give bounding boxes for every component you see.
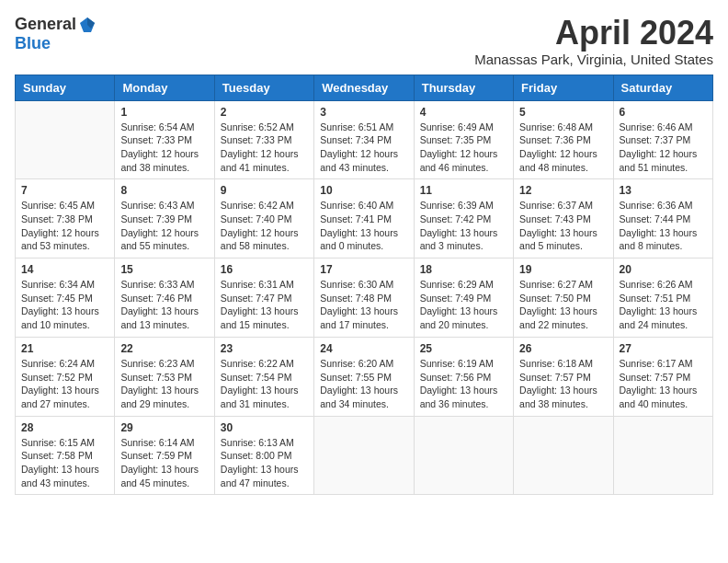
day-info: Sunrise: 6:45 AMSunset: 7:38 PMDaylight:… <box>21 199 108 253</box>
calendar-cell: 5Sunrise: 6:48 AMSunset: 7:36 PMDaylight… <box>514 100 613 179</box>
month-title: April 2024 <box>474 15 713 52</box>
day-info: Sunrise: 6:26 AMSunset: 7:51 PMDaylight:… <box>620 278 707 332</box>
day-number: 28 <box>21 421 108 434</box>
day-info: Sunrise: 6:24 AMSunset: 7:52 PMDaylight:… <box>21 357 108 411</box>
calendar-cell: 25Sunrise: 6:19 AMSunset: 7:56 PMDayligh… <box>414 337 513 416</box>
day-info: Sunrise: 6:54 AMSunset: 7:33 PMDaylight:… <box>120 121 208 175</box>
day-info: Sunrise: 6:43 AMSunset: 7:39 PMDaylight:… <box>120 199 208 253</box>
calendar-cell: 9Sunrise: 6:42 AMSunset: 7:40 PMDaylight… <box>214 179 313 259</box>
calendar-cell: 2Sunrise: 6:52 AMSunset: 7:33 PMDaylight… <box>214 100 313 179</box>
col-header-wednesday: Wednesday <box>314 75 414 100</box>
day-info: Sunrise: 6:27 AMSunset: 7:50 PMDaylight:… <box>519 278 607 332</box>
calendar-cell: 18Sunrise: 6:29 AMSunset: 7:49 PMDayligh… <box>414 259 513 338</box>
calendar-cell: 15Sunrise: 6:33 AMSunset: 7:46 PMDayligh… <box>115 259 214 338</box>
day-number: 30 <box>221 421 308 434</box>
week-row-5: 28Sunrise: 6:15 AMSunset: 7:58 PMDayligh… <box>16 416 713 495</box>
calendar-cell: 20Sunrise: 6:26 AMSunset: 7:51 PMDayligh… <box>613 259 712 338</box>
day-number: 3 <box>320 106 407 119</box>
week-row-2: 7Sunrise: 6:45 AMSunset: 7:38 PMDaylight… <box>16 179 713 259</box>
calendar-cell <box>314 416 414 495</box>
calendar-cell: 4Sunrise: 6:49 AMSunset: 7:35 PMDaylight… <box>414 100 513 179</box>
calendar-cell: 23Sunrise: 6:22 AMSunset: 7:54 PMDayligh… <box>214 337 313 416</box>
day-info: Sunrise: 6:52 AMSunset: 7:33 PMDaylight:… <box>221 121 308 175</box>
day-info: Sunrise: 6:42 AMSunset: 7:40 PMDaylight:… <box>221 199 308 253</box>
calendar-cell <box>514 416 613 495</box>
col-header-thursday: Thursday <box>414 75 513 100</box>
day-info: Sunrise: 6:22 AMSunset: 7:54 PMDaylight:… <box>221 357 308 411</box>
day-number: 20 <box>620 263 707 276</box>
calendar-cell <box>414 416 513 495</box>
day-number: 16 <box>221 263 308 276</box>
day-info: Sunrise: 6:36 AMSunset: 7:44 PMDaylight:… <box>620 199 707 253</box>
day-number: 11 <box>420 184 507 197</box>
day-info: Sunrise: 6:33 AMSunset: 7:46 PMDaylight:… <box>120 278 208 332</box>
calendar-cell: 7Sunrise: 6:45 AMSunset: 7:38 PMDaylight… <box>16 179 115 259</box>
calendar-cell: 16Sunrise: 6:31 AMSunset: 7:47 PMDayligh… <box>214 259 313 338</box>
logo: General Blue <box>15 15 97 53</box>
logo-flag-icon <box>78 16 97 34</box>
day-number: 17 <box>320 263 407 276</box>
day-number: 29 <box>120 421 208 434</box>
day-number: 21 <box>21 342 108 355</box>
day-info: Sunrise: 6:48 AMSunset: 7:36 PMDaylight:… <box>519 121 607 175</box>
day-info: Sunrise: 6:23 AMSunset: 7:53 PMDaylight:… <box>120 357 208 411</box>
calendar-cell: 3Sunrise: 6:51 AMSunset: 7:34 PMDaylight… <box>314 100 414 179</box>
day-info: Sunrise: 6:37 AMSunset: 7:43 PMDaylight:… <box>519 199 607 253</box>
calendar-cell: 17Sunrise: 6:30 AMSunset: 7:48 PMDayligh… <box>314 259 414 338</box>
day-info: Sunrise: 6:18 AMSunset: 7:57 PMDaylight:… <box>519 357 607 411</box>
day-number: 23 <box>221 342 308 355</box>
day-number: 27 <box>620 342 707 355</box>
calendar-cell <box>16 100 115 179</box>
calendar-cell: 8Sunrise: 6:43 AMSunset: 7:39 PMDaylight… <box>115 179 214 259</box>
col-header-monday: Monday <box>115 75 214 100</box>
day-info: Sunrise: 6:14 AMSunset: 7:59 PMDaylight:… <box>120 436 208 490</box>
day-info: Sunrise: 6:39 AMSunset: 7:42 PMDaylight:… <box>420 199 507 253</box>
day-number: 1 <box>120 106 208 119</box>
day-number: 12 <box>519 184 607 197</box>
day-info: Sunrise: 6:29 AMSunset: 7:49 PMDaylight:… <box>420 278 507 332</box>
day-info: Sunrise: 6:20 AMSunset: 7:55 PMDaylight:… <box>320 357 407 411</box>
calendar-cell: 6Sunrise: 6:46 AMSunset: 7:37 PMDaylight… <box>613 100 712 179</box>
day-info: Sunrise: 6:51 AMSunset: 7:34 PMDaylight:… <box>320 121 407 175</box>
logo-general-text: General <box>15 15 76 34</box>
col-header-friday: Friday <box>514 75 613 100</box>
day-number: 24 <box>320 342 407 355</box>
calendar-cell: 21Sunrise: 6:24 AMSunset: 7:52 PMDayligh… <box>16 337 115 416</box>
logo-blue-text: Blue <box>15 34 51 52</box>
day-number: 7 <box>21 184 108 197</box>
calendar-cell: 26Sunrise: 6:18 AMSunset: 7:57 PMDayligh… <box>514 337 613 416</box>
week-row-4: 21Sunrise: 6:24 AMSunset: 7:52 PMDayligh… <box>16 337 713 416</box>
calendar-cell: 30Sunrise: 6:13 AMSunset: 8:00 PMDayligh… <box>214 416 313 495</box>
day-info: Sunrise: 6:17 AMSunset: 7:57 PMDaylight:… <box>620 357 707 411</box>
week-row-1: 1Sunrise: 6:54 AMSunset: 7:33 PMDaylight… <box>16 100 713 179</box>
calendar-cell: 1Sunrise: 6:54 AMSunset: 7:33 PMDaylight… <box>115 100 214 179</box>
day-info: Sunrise: 6:49 AMSunset: 7:35 PMDaylight:… <box>420 121 507 175</box>
calendar-cell: 13Sunrise: 6:36 AMSunset: 7:44 PMDayligh… <box>613 179 712 259</box>
col-header-sunday: Sunday <box>16 75 115 100</box>
page-header: General Blue April 2024 Manassas Park, V… <box>15 15 713 67</box>
day-number: 14 <box>21 263 108 276</box>
day-number: 9 <box>221 184 308 197</box>
day-info: Sunrise: 6:34 AMSunset: 7:45 PMDaylight:… <box>21 278 108 332</box>
calendar-cell: 29Sunrise: 6:14 AMSunset: 7:59 PMDayligh… <box>115 416 214 495</box>
day-number: 22 <box>120 342 208 355</box>
calendar-table: SundayMondayTuesdayWednesdayThursdayFrid… <box>15 75 713 496</box>
col-header-tuesday: Tuesday <box>214 75 313 100</box>
calendar-cell: 14Sunrise: 6:34 AMSunset: 7:45 PMDayligh… <box>16 259 115 338</box>
day-number: 8 <box>120 184 208 197</box>
calendar-cell <box>613 416 712 495</box>
day-info: Sunrise: 6:30 AMSunset: 7:48 PMDaylight:… <box>320 278 407 332</box>
location-text: Manassas Park, Virginia, United States <box>474 52 713 67</box>
calendar-cell: 11Sunrise: 6:39 AMSunset: 7:42 PMDayligh… <box>414 179 513 259</box>
calendar-cell: 10Sunrise: 6:40 AMSunset: 7:41 PMDayligh… <box>314 179 414 259</box>
col-header-saturday: Saturday <box>613 75 712 100</box>
day-number: 2 <box>221 106 308 119</box>
day-number: 10 <box>320 184 407 197</box>
day-info: Sunrise: 6:40 AMSunset: 7:41 PMDaylight:… <box>320 199 407 253</box>
day-info: Sunrise: 6:19 AMSunset: 7:56 PMDaylight:… <box>420 357 507 411</box>
calendar-cell: 12Sunrise: 6:37 AMSunset: 7:43 PMDayligh… <box>514 179 613 259</box>
day-number: 25 <box>420 342 507 355</box>
day-number: 18 <box>420 263 507 276</box>
day-info: Sunrise: 6:31 AMSunset: 7:47 PMDaylight:… <box>221 278 308 332</box>
calendar-cell: 22Sunrise: 6:23 AMSunset: 7:53 PMDayligh… <box>115 337 214 416</box>
